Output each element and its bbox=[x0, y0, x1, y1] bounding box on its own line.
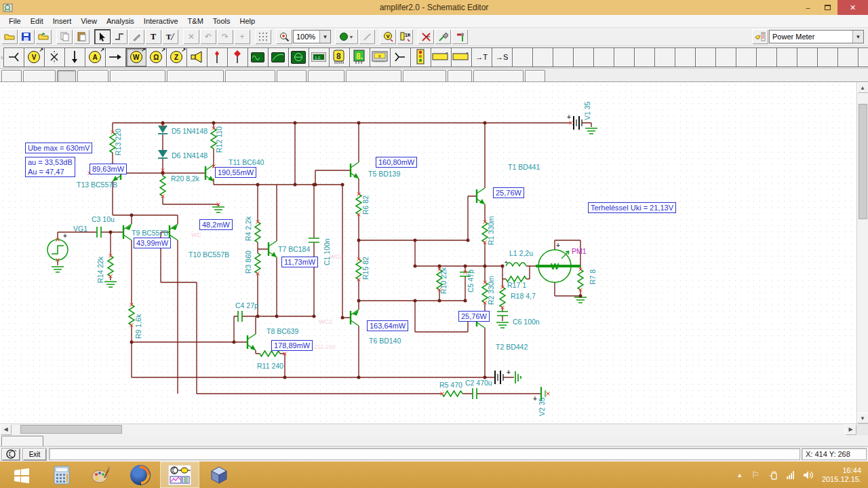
vertical-scroll-thumb[interactable] bbox=[859, 104, 867, 219]
close-button[interactable]: ✕ bbox=[837, 0, 868, 15]
resistor-r6[interactable] bbox=[356, 194, 361, 214]
voltmeter-instrument-button[interactable]: V bbox=[24, 48, 44, 67]
measurement-box-gain[interactable]: au = 33,53dB Au = 47,47 bbox=[25, 157, 75, 177]
category-tab[interactable] bbox=[1, 70, 22, 81]
oscilloscope-button[interactable] bbox=[248, 48, 268, 67]
interactive-stop-button[interactable] bbox=[1, 448, 20, 461]
ac-mode-button[interactable]: ▼ bbox=[335, 29, 358, 44]
probe-pin-button[interactable] bbox=[207, 48, 227, 67]
xy-recorder-button[interactable]: x bbox=[370, 48, 390, 67]
delete-button[interactable]: ✕ bbox=[183, 29, 199, 44]
category-tab[interactable] bbox=[346, 70, 401, 81]
measurement-box-t10[interactable]: 48,2mW bbox=[199, 219, 233, 230]
redo-button[interactable]: ↷ bbox=[217, 29, 233, 44]
logic-indicator-button[interactable] bbox=[410, 48, 431, 67]
scroll-down-icon[interactable]: ▼ bbox=[857, 413, 868, 424]
category-tab[interactable] bbox=[225, 70, 275, 81]
capacitor-c1[interactable] bbox=[309, 238, 319, 242]
measurement-box-t2[interactable]: 25,76W bbox=[458, 311, 490, 322]
category-tab[interactable] bbox=[277, 70, 307, 81]
ammeter-instrument-button[interactable]: A bbox=[85, 48, 105, 67]
taskbar-item-firefox[interactable] bbox=[121, 462, 160, 488]
resistor-r15[interactable] bbox=[356, 259, 361, 280]
measurement-box-load-voltage[interactable]: Terheléssel Uki = 21,13V bbox=[588, 202, 676, 213]
import-button[interactable] bbox=[35, 29, 52, 44]
text-tool[interactable]: T bbox=[145, 29, 161, 44]
current-arrow-button[interactable] bbox=[105, 48, 125, 67]
save-button[interactable] bbox=[18, 29, 35, 44]
measurement-box-t11[interactable]: 190,55mW bbox=[215, 167, 256, 178]
category-tab[interactable] bbox=[23, 70, 56, 81]
measurement-box-t13[interactable]: 89,63mW bbox=[90, 164, 127, 174]
capacitor-c4[interactable] bbox=[238, 311, 242, 322]
probe-tool-disabled[interactable] bbox=[359, 29, 375, 44]
category-tab[interactable] bbox=[448, 70, 472, 81]
probe-pin-large-button[interactable] bbox=[227, 48, 248, 67]
copy-button[interactable] bbox=[56, 29, 73, 44]
wire-tool[interactable] bbox=[111, 29, 127, 44]
resistor-r20[interactable] bbox=[160, 176, 165, 196]
test-probe-button[interactable] bbox=[435, 29, 451, 44]
node-connector-button[interactable] bbox=[3, 48, 24, 67]
menu-analysis[interactable]: Analysis bbox=[102, 16, 139, 26]
jump-to-s-button[interactable]: →S bbox=[492, 48, 512, 67]
category-tab[interactable] bbox=[308, 70, 344, 81]
menu-insert[interactable]: Insert bbox=[48, 16, 77, 26]
taskbar-item-calculator[interactable] bbox=[42, 462, 81, 488]
scroll-right-icon[interactable]: ▶ bbox=[845, 424, 856, 435]
diode-d5[interactable] bbox=[158, 126, 167, 134]
select-tool[interactable] bbox=[94, 29, 111, 44]
sheet-tab[interactable] bbox=[1, 436, 43, 446]
action-center-flag-icon[interactable]: ⚐ bbox=[751, 470, 760, 480]
open-file-button[interactable] bbox=[1, 29, 18, 44]
speaker-button[interactable] bbox=[186, 48, 207, 67]
resistor-r18[interactable] bbox=[500, 287, 505, 307]
pen-tool[interactable] bbox=[128, 29, 144, 44]
switch-button[interactable] bbox=[44, 48, 64, 67]
capacitor-c3[interactable] bbox=[97, 227, 101, 238]
measurement-box-t7[interactable]: 11,73mW bbox=[281, 257, 318, 267]
measurement-box-t6[interactable]: 163,64mW bbox=[367, 320, 408, 331]
diode-d6[interactable] bbox=[158, 150, 167, 158]
exit-button[interactable]: Exit bbox=[22, 448, 47, 461]
measurement-box-t8[interactable]: 178,89mW bbox=[271, 340, 313, 351]
resistor-r4[interactable] bbox=[255, 222, 260, 242]
scroll-up-icon[interactable]: ▲ bbox=[857, 82, 868, 93]
power-plug-icon[interactable] bbox=[768, 470, 778, 480]
category-tab[interactable] bbox=[110, 70, 165, 81]
inductor-l1[interactable] bbox=[506, 263, 526, 266]
resistor-r11[interactable] bbox=[260, 351, 280, 356]
taskbar-item-tina[interactable] bbox=[160, 462, 199, 488]
text-frame-tool[interactable]: T bbox=[162, 29, 178, 44]
resistor-r5[interactable] bbox=[442, 391, 462, 396]
category-tab[interactable] bbox=[77, 70, 108, 81]
resistor-r7[interactable] bbox=[578, 269, 583, 290]
measurement-box-t9[interactable]: 43,99mW bbox=[134, 238, 171, 248]
menu-tm[interactable]: T&M bbox=[183, 16, 208, 26]
horizontal-scrollbar[interactable]: ◀ ▶ bbox=[0, 424, 868, 434]
wattmeter-instrument-button[interactable]: W bbox=[125, 48, 146, 67]
instrument-selector[interactable]: Power Meter▼ bbox=[769, 30, 864, 43]
voltmeter-mode-button[interactable]: V bbox=[380, 29, 396, 44]
move-button[interactable]: + bbox=[234, 29, 250, 44]
pin-marker-button[interactable] bbox=[452, 29, 468, 44]
relay-2-button[interactable] bbox=[451, 48, 471, 67]
led-display-button[interactable]: 8 bbox=[329, 48, 349, 67]
menu-view[interactable]: View bbox=[76, 16, 102, 26]
network-signal-icon[interactable] bbox=[787, 471, 794, 479]
schematic-canvas[interactable]: ++++++ R13 220 D5 1N4148 D6 1N4148 R12 1… bbox=[0, 82, 856, 424]
grid-toggle-button[interactable] bbox=[255, 29, 271, 44]
category-tab[interactable] bbox=[167, 70, 224, 81]
menu-help[interactable]: Help bbox=[235, 16, 260, 26]
node-connector-2-button[interactable] bbox=[390, 48, 410, 67]
zoom-tool[interactable] bbox=[276, 29, 292, 44]
menu-interactive[interactable]: Interactive bbox=[139, 16, 183, 26]
instrument-dropdown-icon[interactable]: ▼ bbox=[852, 31, 863, 43]
jump-to-t-button[interactable]: →T bbox=[471, 48, 492, 67]
capacitor-c2[interactable] bbox=[473, 388, 477, 399]
ohmmeter-instrument-button[interactable]: Ω bbox=[146, 48, 166, 67]
zoom-dropdown-icon[interactable]: ▼ bbox=[319, 31, 330, 43]
relay-button[interactable] bbox=[431, 48, 451, 67]
zoom-level-select[interactable]: 100%▼ bbox=[293, 30, 331, 43]
generator-vg1[interactable] bbox=[47, 240, 68, 260]
